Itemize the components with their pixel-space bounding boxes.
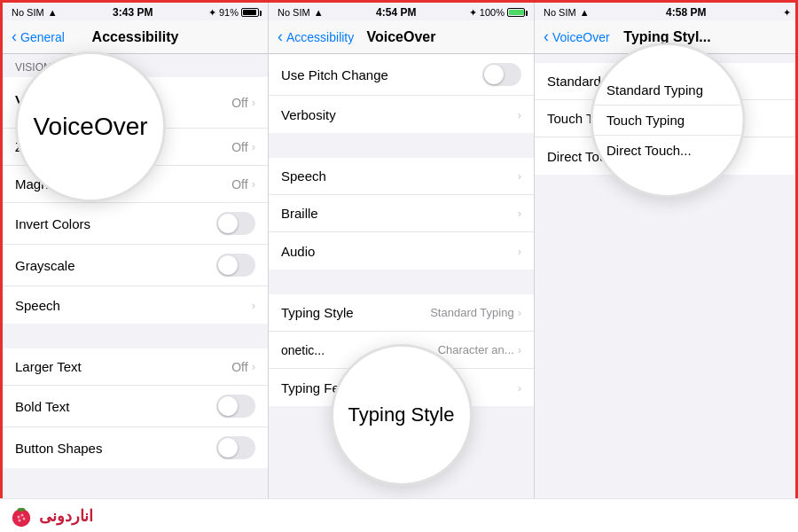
- magnifier-standard-typing: Standard Typing: [592, 75, 742, 106]
- magnifier-typing-list: Standard Typing Touch Typing Direct Touc…: [590, 43, 745, 198]
- braille-chevron: ›: [518, 207, 521, 220]
- zoom-chevron: ›: [252, 140, 255, 153]
- magnifier-value: Off ›: [231, 177, 255, 192]
- audio-chevron: ›: [518, 245, 521, 258]
- audio-label: Audio: [281, 244, 315, 259]
- svg-point-6: [19, 519, 21, 521]
- magnifier-chevron: ›: [252, 177, 255, 191]
- phonetic-label: onetic...: [281, 343, 325, 357]
- invert-colors-row[interactable]: Invert Colors: [3, 203, 268, 245]
- bold-text-row[interactable]: Bold Text: [3, 386, 268, 427]
- no-sim-label-2: No SIM: [278, 7, 310, 18]
- battery-percent-2: 100%: [480, 7, 505, 18]
- back-label-3: VoiceOver: [552, 30, 610, 44]
- voiceover-list-1: Use Pitch Change Verbosity ›: [269, 54, 534, 133]
- nav-bar-2: ‹ Accessibility VoiceOver: [269, 20, 534, 54]
- voiceover-chevron: ›: [252, 96, 255, 109]
- magnifier-direct-touch: Direct Touch...: [592, 136, 742, 165]
- brand-bar: اناردونی: [0, 498, 798, 532]
- time-3: 4:58 PM: [666, 6, 706, 19]
- nav-title-2: VoiceOver: [367, 29, 436, 45]
- panel-accessibility: No SIM ▲ 3:43 PM ✦ 91% ‹ General Accessi…: [3, 3, 269, 532]
- wifi-icon-2: ▲: [314, 7, 324, 18]
- speech-row-1[interactable]: Speech ›: [3, 286, 268, 324]
- speech-chevron-2: ›: [518, 169, 521, 183]
- svg-point-3: [18, 515, 20, 518]
- speech-row-2[interactable]: Speech ›: [269, 158, 534, 195]
- typing-style-row[interactable]: Typing Style Standard Typing ›: [269, 294, 534, 332]
- separator-1: [3, 324, 268, 348]
- invert-colors-toggle[interactable]: [216, 212, 255, 235]
- voiceover-list-2: Speech › Braille › Audio ›: [269, 158, 534, 270]
- braille-label: Braille: [281, 206, 318, 221]
- button-shapes-row[interactable]: Button Shapes: [3, 427, 268, 468]
- pitch-change-row[interactable]: Use Pitch Change: [269, 54, 534, 96]
- back-button-3[interactable]: ‹ VoiceOver: [544, 27, 610, 46]
- battery-icon-2: [507, 8, 525, 17]
- grayscale-toggle[interactable]: [216, 254, 255, 277]
- speech-label-1: Speech: [15, 298, 60, 313]
- status-bar-1: No SIM ▲ 3:43 PM ✦ 91%: [3, 3, 268, 20]
- bluetooth-icon-1: ✦: [208, 7, 216, 19]
- svg-point-5: [23, 517, 26, 520]
- bold-text-label: Bold Text: [15, 399, 69, 414]
- zoom-value: Off ›: [231, 140, 255, 154]
- invert-colors-label: Invert Colors: [15, 216, 90, 231]
- back-label-1: General: [20, 30, 65, 44]
- grayscale-label: Grayscale: [15, 258, 75, 273]
- larger-text-row[interactable]: Larger Text Off ›: [3, 348, 268, 386]
- larger-text-chevron: ›: [252, 360, 255, 373]
- typing-style-chevron: ›: [518, 306, 521, 319]
- status-bar-3: No SIM ▲ 4:58 PM ✦: [535, 3, 798, 20]
- brand-logo: اناردونی: [9, 504, 93, 528]
- time-1: 3:43 PM: [113, 6, 153, 19]
- speech-label-2: Speech: [281, 168, 326, 184]
- magnifier-typing: Typing Style: [331, 344, 473, 486]
- audio-row[interactable]: Audio ›: [269, 232, 534, 270]
- nav-title-1: Accessibility: [92, 29, 179, 45]
- svg-rect-2: [20, 508, 23, 512]
- verbosity-row[interactable]: Verbosity ›: [269, 96, 534, 133]
- interaction-list: Larger Text Off › Bold Text Button Shape…: [3, 348, 268, 468]
- back-button-1[interactable]: ‹ General: [12, 27, 65, 46]
- nav-bar-1: ‹ General Accessibility: [3, 20, 268, 54]
- wifi-icon-1: ▲: [48, 7, 58, 18]
- phonetic-value: Character an... ›: [438, 343, 521, 356]
- wifi-icon-3: ▲: [580, 7, 590, 18]
- svg-point-4: [21, 513, 24, 516]
- battery-percent-1: 91%: [219, 7, 239, 18]
- back-button-2[interactable]: ‹ Accessibility: [278, 27, 354, 46]
- pitch-change-toggle[interactable]: [482, 63, 521, 86]
- time-2: 4:54 PM: [376, 6, 416, 19]
- typing-feedback-chevron: ›: [518, 381, 521, 395]
- back-chevron-icon-3: ‹: [544, 27, 549, 46]
- bluetooth-icon-2: ✦: [469, 7, 477, 19]
- braille-row[interactable]: Braille ›: [269, 195, 534, 232]
- magnifier-touch-typing: Touch Typing: [592, 106, 742, 136]
- magnifier-list: Standard Typing Touch Typing Direct Touc…: [592, 68, 742, 172]
- separator-3: [269, 270, 534, 294]
- battery-icon-1: [241, 8, 259, 17]
- verbosity-label: Verbosity: [281, 107, 336, 122]
- grayscale-row[interactable]: Grayscale: [3, 245, 268, 286]
- brand-text: اناردونی: [39, 506, 93, 526]
- button-shapes-toggle[interactable]: [216, 436, 255, 459]
- panel-typing-style: No SIM ▲ 4:58 PM ✦ ‹ VoiceOver Typing St…: [535, 3, 798, 532]
- verbosity-chevron: ›: [518, 108, 521, 121]
- magnifier-typing-text: Typing Style: [348, 403, 455, 426]
- typing-style-value: Standard Typing ›: [430, 306, 521, 319]
- button-shapes-label: Button Shapes: [15, 441, 102, 456]
- bluetooth-icon-3: ✦: [783, 7, 791, 19]
- brand-pomegranate-icon: [9, 504, 34, 528]
- no-sim-label-3: No SIM: [544, 7, 576, 18]
- bold-text-toggle[interactable]: [216, 395, 255, 418]
- magnifier-voiceover-text: VoiceOver: [15, 104, 165, 150]
- back-chevron-icon-1: ‹: [12, 27, 17, 46]
- no-sim-label-1: No SIM: [12, 7, 44, 18]
- panel-voiceover: No SIM ▲ 4:54 PM ✦ 100% ‹ Accessibility …: [269, 3, 535, 532]
- phonetic-chevron: ›: [518, 343, 521, 356]
- typing-style-label: Typing Style: [281, 305, 354, 320]
- magnifier-voiceover: VoiceOver: [15, 51, 166, 202]
- status-bar-2: No SIM ▲ 4:54 PM ✦ 100%: [269, 3, 534, 20]
- larger-text-value: Off ›: [231, 360, 255, 374]
